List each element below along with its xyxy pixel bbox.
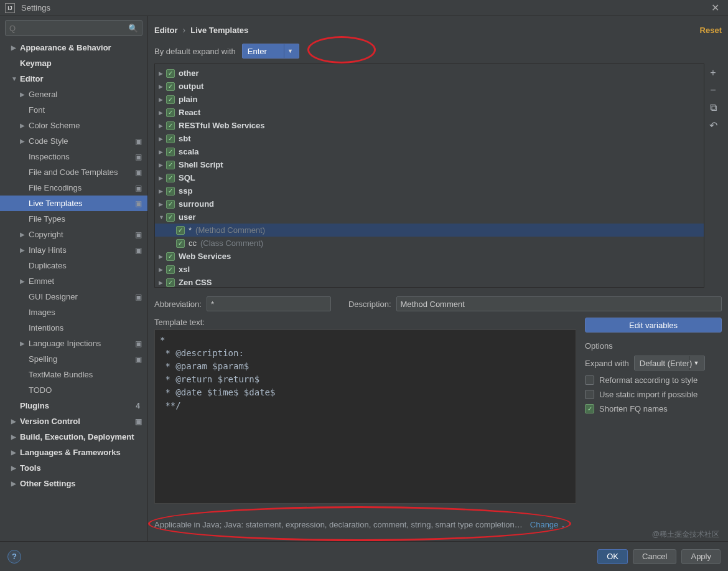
template-desc: (Method Comment) [195,225,265,235]
close-icon[interactable]: ✕ [707,2,723,14]
help-button[interactable]: ? [7,550,21,564]
checkbox-unchecked-icon[interactable] [585,390,594,399]
template-group-xsl[interactable]: ▶✓xsl [155,263,704,276]
template-group-sbt[interactable]: ▶✓sbt [155,132,704,145]
sidebar-item-keymap[interactable]: Keymap [0,55,147,71]
reset-link[interactable]: Reset [700,26,722,35]
sidebar-item-editor[interactable]: ▼Editor [0,71,147,87]
template-group-ssp[interactable]: ▶✓ssp [155,184,704,197]
sidebar-item-inlay-hints[interactable]: ▶Inlay Hints [0,242,147,258]
checkbox-checked-icon[interactable]: ✓ [166,213,175,222]
sidebar-item-textmate-bundles[interactable]: TextMate Bundles [0,367,147,382]
template-group-zen-css[interactable]: ▶✓Zen CSS [155,276,704,288]
template-group-label: xsl [179,265,190,274]
template-group-other[interactable]: ▶✓other [155,67,704,80]
edit-variables-button[interactable]: Edit variables [585,318,722,333]
template-group-scala[interactable]: ▶✓scala [155,145,704,158]
template-group-web-services[interactable]: ▶✓Web Services [155,250,704,263]
sidebar-item-font[interactable]: Font [0,102,147,118]
sidebar-item-gui-designer[interactable]: GUI Designer [0,289,147,304]
checkbox-checked-icon[interactable]: ✓ [166,187,175,196]
sidebar-item-file-and-code-templates[interactable]: File and Code Templates [0,164,147,180]
checkbox-checked-icon[interactable]: ✓ [166,95,175,104]
apply-button[interactable]: Apply [681,549,721,564]
abbreviation-row: Abbreviation: Description: [154,296,722,311]
description-field[interactable] [396,296,722,311]
checkbox-checked-icon[interactable]: ✓ [166,252,175,261]
remove-icon[interactable]: − [710,85,716,96]
copy-icon[interactable]: ⧉ [710,102,717,113]
checkbox-checked-icon[interactable]: ✓ [166,265,175,274]
ok-button[interactable]: OK [597,549,628,564]
sidebar-item-intentions[interactable]: Intentions [0,320,147,336]
checkbox-checked-icon[interactable]: ✓ [166,82,175,91]
template-group-shell-script[interactable]: ▶✓Shell Script [155,158,704,171]
sidebar-item-emmet[interactable]: ▶Emmet [0,273,147,289]
default-expand-value: Enter [248,47,267,56]
search-input[interactable]: 🔍 [5,20,142,36]
reformat-option[interactable]: Reformat according to style [585,375,722,385]
checkbox-checked-icon[interactable]: ✓ [166,148,175,156]
checkbox-checked-icon[interactable]: ✓ [176,226,185,235]
undo-icon[interactable]: ↶ [709,120,717,131]
search-field[interactable] [9,24,128,33]
abbreviation-field[interactable] [207,296,331,311]
sidebar-item-todo[interactable]: TODO [0,382,147,398]
crumb-editor[interactable]: Editor [154,26,178,35]
expand-with-select[interactable]: Default (Enter) ▼ [634,356,706,370]
template-group-plain[interactable]: ▶✓plain [155,93,704,106]
add-icon[interactable]: + [710,67,716,78]
sidebar-item-version-control[interactable]: ▶Version Control [0,413,147,429]
settings-tree[interactable]: ▶Appearance & BehaviorKeymap▼Editor▶Gene… [0,40,147,541]
sidebar-item-label: Images [29,308,55,317]
template-group-restful-web-services[interactable]: ▶✓RESTful Web Services [155,119,704,132]
change-link[interactable]: Change ⌄ [530,520,566,529]
sidebar-item-general[interactable]: ▶General [0,87,147,102]
sidebar-item-label: Editor [20,74,44,83]
checkbox-checked-icon[interactable]: ✓ [166,174,175,182]
checkbox-checked-icon[interactable]: ✓ [166,200,175,209]
cancel-button[interactable]: Cancel [633,549,676,564]
sidebar-item-live-templates[interactable]: Live Templates [0,196,147,211]
sidebar-item-code-style[interactable]: ▶Code Style [0,133,147,149]
template-group-react[interactable]: ▶✓React [155,106,704,119]
sidebar-item-appearance-behavior[interactable]: ▶Appearance & Behavior [0,40,147,55]
template-group-surround[interactable]: ▶✓surround [155,197,704,210]
checkbox-checked-icon[interactable]: ✓ [585,404,594,413]
template-item[interactable]: ✓*(Method Comment) [155,224,704,237]
template-group-user[interactable]: ▼✓user [155,210,704,224]
checkbox-checked-icon[interactable]: ✓ [166,121,175,130]
sidebar-item-plugins[interactable]: Plugins4 [0,398,147,413]
checkbox-checked-icon[interactable]: ✓ [166,108,175,117]
sidebar-item-inspections[interactable]: Inspections [0,149,147,164]
sidebar-item-file-types[interactable]: File Types [0,211,147,227]
checkbox-checked-icon[interactable]: ✓ [166,69,175,78]
sidebar-item-other-settings[interactable]: ▶Other Settings [0,476,147,491]
static-import-option[interactable]: Use static import if possible [585,390,722,399]
sidebar-item-copyright[interactable]: ▶Copyright [0,227,147,242]
sidebar-item-tools[interactable]: ▶Tools [0,460,147,476]
sidebar-item-languages-frameworks[interactable]: ▶Languages & Frameworks [0,445,147,460]
expand-with-label: Expand with [585,359,629,368]
chevron-down-icon: ▼ [11,75,20,82]
checkbox-checked-icon[interactable]: ✓ [166,278,175,287]
checkbox-unchecked-icon[interactable] [585,375,594,385]
template-group-output[interactable]: ▶✓output [155,80,704,93]
sidebar-item-duplicates[interactable]: Duplicates [0,258,147,273]
template-text-area[interactable] [154,329,576,504]
sidebar-item-build-execution-deployment[interactable]: ▶Build, Execution, Deployment [0,429,147,445]
sidebar-item-images[interactable]: Images [0,304,147,320]
template-item[interactable]: ✓cc(Class Comment) [155,237,704,250]
checkbox-checked-icon[interactable]: ✓ [166,134,175,143]
template-group-sql[interactable]: ▶✓SQL [155,171,704,184]
default-expand-select[interactable]: Enter ▼ [242,44,299,59]
sidebar-item-color-scheme[interactable]: ▶Color Scheme [0,118,147,133]
chevron-down-icon: ▼ [284,44,296,58]
sidebar-item-spelling[interactable]: Spelling [0,351,147,367]
sidebar-item-file-encodings[interactable]: File Encodings [0,180,147,196]
template-groups-tree[interactable]: ▶✓other▶✓output▶✓plain▶✓React▶✓RESTful W… [154,64,704,288]
checkbox-checked-icon[interactable]: ✓ [176,239,185,248]
shorten-option[interactable]: ✓ Shorten FQ names [585,404,722,413]
checkbox-checked-icon[interactable]: ✓ [166,161,175,169]
sidebar-item-language-injections[interactable]: ▶Language Injections [0,336,147,351]
